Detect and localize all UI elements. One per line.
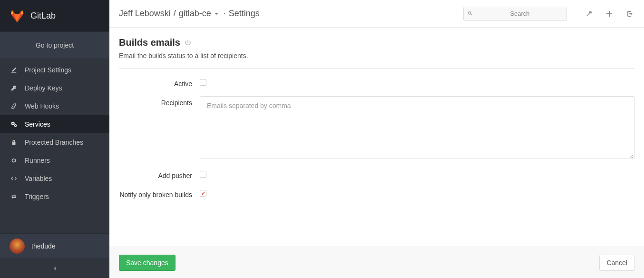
breadcrumb-owner[interactable]: Jeff Lebowski (119, 9, 171, 19)
avatar (10, 238, 25, 254)
chevron-down-icon[interactable] (214, 11, 219, 16)
gear-icon (10, 156, 18, 165)
sidebar-item-label: Web Hooks (25, 102, 59, 110)
page-title: Builds emails (119, 37, 180, 48)
sidebar-item-label: Project Settings (25, 66, 71, 74)
sidebar-item-web-hooks[interactable]: Web Hooks (0, 97, 109, 115)
user-bar[interactable]: thedude (0, 233, 109, 259)
search-input[interactable] (463, 7, 567, 21)
notify-broken-label: Notify only broken builds (119, 188, 200, 199)
footer-bar: Save changes Cancel (109, 247, 644, 278)
code-icon (10, 174, 18, 183)
sidebar-item-label: Variables (25, 175, 52, 182)
sidebar-item-label: Services (25, 120, 50, 128)
add-pusher-label: Add pusher (119, 169, 200, 179)
sidebar-item-label: Triggers (25, 193, 49, 200)
gears-icon (10, 120, 18, 129)
recipients-label: Recipients (119, 96, 200, 160)
link-icon (10, 102, 18, 110)
username: thedude (31, 242, 56, 250)
recipients-textarea[interactable] (200, 96, 634, 159)
divider (119, 68, 634, 69)
sidebar-item-runners[interactable]: Runners (0, 151, 109, 169)
sidebar-item-label: Deploy Keys (25, 84, 62, 92)
breadcrumb-dot: · (224, 9, 226, 19)
search-wrap (463, 7, 567, 21)
page-description: Email the builds status to a list of rec… (119, 52, 634, 60)
active-label: Active (119, 77, 200, 88)
active-checkbox[interactable] (200, 79, 206, 86)
lock-icon (10, 138, 18, 147)
search-icon (467, 10, 474, 17)
edit-icon (10, 66, 18, 74)
sidebar-item-variables[interactable]: Variables (0, 169, 109, 188)
brand-name: GitLab (30, 11, 56, 21)
sidebar-item-triggers[interactable]: Triggers (0, 188, 109, 206)
plus-icon[interactable] (604, 9, 615, 19)
breadcrumb-separator: / (174, 9, 176, 19)
sidebar-item-services[interactable]: Services (0, 115, 109, 133)
go-to-project-label: Go to project (36, 41, 74, 49)
sign-out-icon[interactable] (624, 9, 634, 19)
sidebar-item-project-settings[interactable]: Project Settings (0, 61, 109, 79)
retweet-icon (10, 192, 18, 201)
key-icon (10, 84, 18, 92)
sidebar-nav: Project Settings Deploy Keys Web Hooks S… (0, 59, 109, 206)
power-icon (184, 39, 192, 47)
gitlab-logo (10, 8, 25, 23)
breadcrumb: Jeff Lebowski / gitlab-ce · Settings (119, 9, 260, 19)
breadcrumb-page: Settings (229, 9, 260, 19)
chevron-left-icon (52, 266, 57, 271)
cancel-button[interactable]: Cancel (599, 255, 634, 271)
wrench-icon[interactable] (584, 9, 595, 19)
notify-broken-checkbox[interactable] (200, 190, 206, 197)
topbar: Jeff Lebowski / gitlab-ce · Settings (109, 0, 644, 28)
add-pusher-checkbox[interactable] (200, 171, 206, 178)
sidebar-item-protected-branches[interactable]: Protected Branches (0, 133, 109, 151)
breadcrumb-project[interactable]: gitlab-ce (179, 9, 211, 19)
sidebar-collapse-button[interactable] (0, 259, 109, 278)
sidebar-header: GitLab (0, 0, 109, 31)
sidebar-item-label: Protected Branches (25, 139, 83, 146)
sidebar-item-deploy-keys[interactable]: Deploy Keys (0, 79, 109, 97)
go-to-project-button[interactable]: Go to project (0, 31, 109, 59)
sidebar-item-label: Runners (25, 157, 50, 164)
save-button[interactable]: Save changes (119, 255, 176, 271)
